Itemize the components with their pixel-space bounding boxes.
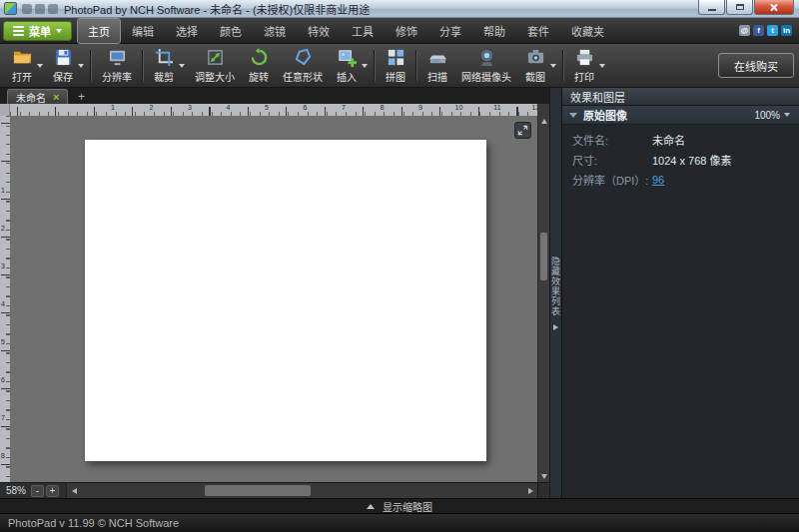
panel-header: 效果和图层 bbox=[562, 88, 799, 106]
expand-arrows-icon bbox=[517, 125, 528, 136]
ruler-number: 4 bbox=[227, 104, 231, 111]
rotate-button[interactable]: 旋转 bbox=[242, 46, 276, 85]
original-image-section[interactable]: 原始图像 100% bbox=[562, 106, 799, 125]
filename-row: 文件名: 未命名 bbox=[562, 130, 799, 150]
show-thumbnails-label: 显示缩略图 bbox=[383, 499, 432, 514]
menu-tab-share[interactable]: 分享 bbox=[428, 18, 472, 44]
menu-button[interactable]: 菜单 bbox=[3, 21, 72, 41]
toolbar-separator bbox=[562, 50, 564, 81]
crop-button[interactable]: 裁剪 bbox=[147, 46, 188, 85]
horizontal-scrollbar-track[interactable] bbox=[81, 483, 523, 498]
menu-tab-filters[interactable]: 滤镜 bbox=[253, 18, 297, 44]
scroll-left-icon bbox=[72, 488, 77, 494]
webcam-button[interactable]: 网络摄像头 bbox=[454, 46, 518, 85]
resolution-button[interactable]: 分辨率 bbox=[95, 46, 139, 85]
ruler-number: 8 bbox=[381, 104, 385, 111]
canvas-viewport[interactable] bbox=[10, 116, 537, 482]
menu-tab-select[interactable]: 选择 bbox=[165, 18, 209, 44]
image-canvas[interactable] bbox=[85, 140, 486, 461]
facebook-icon[interactable]: f bbox=[753, 25, 764, 36]
ruler-corner bbox=[0, 104, 10, 116]
vertical-scrollbar-thumb[interactable] bbox=[540, 233, 547, 280]
photopad-window: PhotoPad by NCH Software - 未命名 - (未授权)仅限… bbox=[0, 0, 799, 532]
minimize-button[interactable] bbox=[698, 0, 725, 15]
save-icon bbox=[54, 48, 73, 67]
linkedin-icon[interactable]: in bbox=[781, 25, 792, 36]
close-tab-icon[interactable]: × bbox=[53, 92, 59, 103]
show-thumbnails-bar[interactable]: 显示缩略图 bbox=[0, 498, 799, 513]
menu-tab-color[interactable]: 颜色 bbox=[209, 18, 253, 44]
toolbar-separator bbox=[374, 50, 376, 81]
mail-icon[interactable]: @ bbox=[739, 25, 750, 36]
menubar: 菜单 主页 编辑 选择 颜色 滤镜 特效 工具 修饰 分享 帮助 套件 收藏夹 … bbox=[0, 18, 799, 44]
zoom-level[interactable]: 58% bbox=[6, 485, 26, 496]
open-folder-icon bbox=[13, 48, 32, 67]
size-label: 尺寸: bbox=[572, 152, 652, 168]
ruler-number: 1 bbox=[1, 187, 5, 194]
chevron-up-icon bbox=[367, 504, 375, 509]
filename-label: 文件名: bbox=[572, 132, 652, 148]
fullscreen-button[interactable] bbox=[514, 122, 531, 139]
toolbar: 打开 保存 分辨率 裁剪 调整大小 旋转 任意形状 bbox=[0, 44, 799, 88]
resize-button[interactable]: 调整大小 bbox=[188, 46, 242, 85]
menu-tab-retouch[interactable]: 修饰 bbox=[385, 18, 428, 44]
menu-tab-edit[interactable]: 编辑 bbox=[121, 18, 165, 44]
ruler-number: 3 bbox=[188, 104, 192, 111]
scroll-left-button[interactable] bbox=[67, 483, 81, 498]
ruler-number: 1 bbox=[111, 104, 115, 111]
resolution-icon bbox=[108, 48, 127, 67]
vertical-ruler: 12345678 bbox=[0, 116, 10, 482]
insert-button[interactable]: 插入 bbox=[330, 46, 371, 85]
dpi-value-link[interactable]: 96 bbox=[652, 174, 664, 186]
scan-button[interactable]: 扫描 bbox=[420, 46, 454, 85]
open-button[interactable]: 打开 bbox=[5, 46, 46, 85]
collage-button[interactable]: 拼图 bbox=[379, 46, 412, 85]
editor-column: 未命名 × + 123456789101112 12345678 bbox=[0, 88, 549, 498]
horizontal-scrollbar[interactable] bbox=[66, 483, 537, 498]
menu-tab-tools[interactable]: 工具 bbox=[341, 18, 385, 44]
menu-tab-home[interactable]: 主页 bbox=[77, 18, 121, 44]
effects-layers-panel: 效果和图层 原始图像 100% 文件名: 未命名 尺寸: 1024 x 768 … bbox=[561, 88, 799, 498]
section-collapse-icon[interactable] bbox=[569, 113, 577, 118]
new-tab-button[interactable]: + bbox=[73, 90, 89, 104]
ruler-row: 123456789101112 bbox=[0, 104, 549, 116]
opacity-dropdown[interactable]: 100% bbox=[754, 110, 792, 121]
document-tab-bar: 未命名 × + bbox=[0, 88, 549, 104]
menu-tab-effects[interactable]: 特效 bbox=[297, 18, 341, 44]
menu-tab-help[interactable]: 帮助 bbox=[472, 18, 516, 44]
toolbar-separator bbox=[415, 50, 417, 81]
chevron-down-icon bbox=[179, 64, 185, 68]
resize-icon bbox=[206, 48, 225, 67]
document-tab-label: 未命名 bbox=[16, 90, 46, 105]
buy-online-button[interactable]: 在线购买 bbox=[718, 53, 794, 78]
close-button[interactable] bbox=[754, 0, 794, 15]
twitter-icon[interactable]: t bbox=[767, 25, 778, 36]
document-tab[interactable]: 未命名 × bbox=[7, 89, 68, 104]
hide-effects-panel-handle[interactable]: 隐藏效果列表 bbox=[549, 88, 561, 498]
maximize-button[interactable] bbox=[726, 0, 753, 15]
main-area: 未命名 × + 123456789101112 12345678 bbox=[0, 88, 799, 498]
print-icon bbox=[575, 48, 594, 67]
zoom-in-button[interactable]: + bbox=[46, 485, 59, 497]
horizontal-ruler: 123456789101112 bbox=[10, 104, 537, 116]
freeform-button[interactable]: 任意形状 bbox=[276, 46, 330, 85]
scroll-up-icon[interactable] bbox=[541, 119, 547, 124]
close-icon bbox=[769, 3, 779, 12]
chevron-down-icon bbox=[550, 64, 556, 68]
horizontal-scrollbar-thumb[interactable] bbox=[205, 485, 311, 496]
maximize-icon bbox=[736, 4, 744, 10]
scroll-down-icon[interactable] bbox=[541, 474, 547, 479]
save-button[interactable]: 保存 bbox=[46, 46, 87, 85]
screenshot-button[interactable]: 截图 bbox=[518, 46, 559, 85]
menu-tab-favorites[interactable]: 收藏夹 bbox=[560, 18, 615, 44]
vertical-scrollbar[interactable] bbox=[537, 116, 549, 482]
titlebar: PhotoPad by NCH Software - 未命名 - (未授权)仅限… bbox=[0, 0, 799, 18]
scroll-right-button[interactable] bbox=[523, 483, 537, 498]
menu-tab-suite[interactable]: 套件 bbox=[516, 18, 560, 44]
collage-icon bbox=[387, 48, 405, 67]
zoom-out-button[interactable]: - bbox=[31, 485, 44, 497]
scroll-right-icon bbox=[528, 488, 533, 494]
print-button[interactable]: 打印 bbox=[567, 46, 608, 85]
size-value: 1024 x 768 像素 bbox=[652, 152, 732, 168]
opacity-value: 100% bbox=[754, 110, 780, 121]
